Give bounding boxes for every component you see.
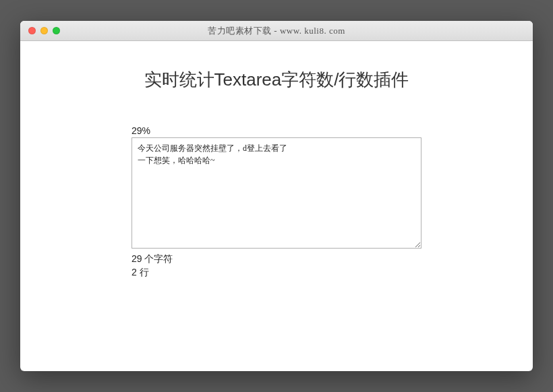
titlebar: 苦力吧素材下载 - www. kuli8. com xyxy=(20,21,533,41)
minimize-icon[interactable] xyxy=(40,27,48,34)
char-count-label: 29 个字符 xyxy=(132,253,421,266)
text-input[interactable] xyxy=(132,137,421,249)
content-area: 实时统计Textarea字符数/行数插件 29% 29 个字符 2 行 xyxy=(20,41,533,371)
percent-used-label: 29% xyxy=(132,125,421,136)
app-window: 苦力吧素材下载 - www. kuli8. com 实时统计Textarea字符… xyxy=(20,21,533,371)
window-title: 苦力吧素材下载 - www. kuli8. com xyxy=(20,25,533,37)
line-count-label: 2 行 xyxy=(132,266,421,280)
page-title: 实时统计Textarea字符数/行数插件 xyxy=(144,68,409,92)
traffic-lights xyxy=(20,27,60,34)
form-area: 29% 29 个字符 2 行 xyxy=(132,125,421,279)
stats-block: 29 个字符 2 行 xyxy=(132,253,421,279)
maximize-icon[interactable] xyxy=(53,27,60,34)
close-icon[interactable] xyxy=(28,27,36,34)
